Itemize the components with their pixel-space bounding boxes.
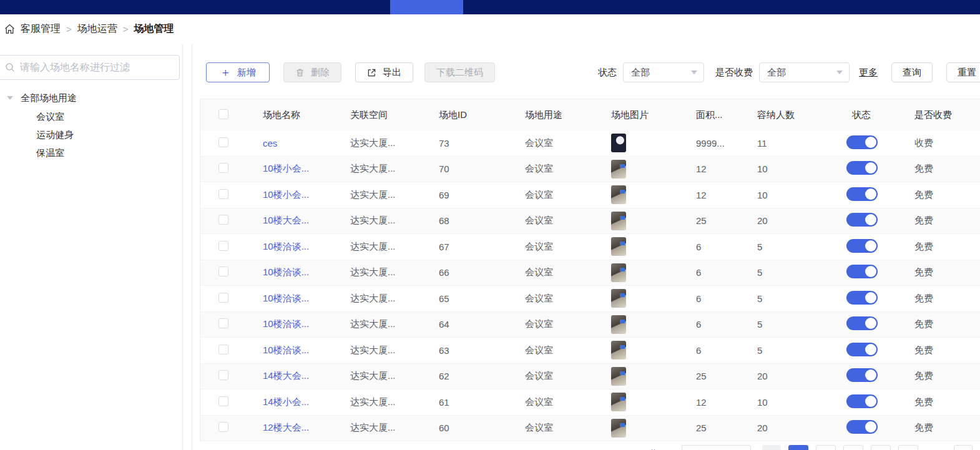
add-button[interactable]: ＋ 新增 [206,62,270,82]
row-checkbox[interactable] [218,241,228,251]
download-qr-button[interactable]: 下载二维码 [424,62,495,82]
venue-name-link[interactable]: 10楼小会... [263,189,309,200]
venue-image[interactable] [611,393,626,411]
delete-button[interactable]: 删除 [283,62,341,82]
cell-area: 9999... [679,138,740,149]
page-button-2[interactable]: 2 [816,445,836,450]
venue-name-link[interactable]: 10楼洽谈... [263,318,309,329]
venue-image[interactable] [611,185,626,204]
status-toggle[interactable] [846,135,878,149]
venue-image[interactable] [611,367,626,386]
col-header-capacity: 容纳人数 [740,109,835,121]
more-link[interactable]: 更多 [859,67,878,79]
status-toggle[interactable] [846,291,878,305]
cell-capacity: 20 [740,215,835,226]
venue-name-link[interactable]: ces [263,138,277,149]
venue-image[interactable] [611,160,626,179]
status-toggle[interactable] [846,187,878,201]
venue-image[interactable] [611,289,626,308]
main-content: ＋ 新增 删除 导出 下载二维码 [192,44,980,450]
cell-venue-id: 65 [421,293,507,304]
row-checkbox[interactable] [218,293,228,303]
table-row: 10楼小会...达实大厦...69会议室1210免费 [200,182,980,208]
venue-name-link[interactable]: 14楼小会... [263,396,309,407]
page-button-3[interactable]: 3 [843,445,863,450]
status-toggle[interactable] [846,368,878,382]
cell-space: 达实大厦... [333,137,421,149]
page-size-select[interactable]: 10条/页 [682,445,751,450]
breadcrumb-item[interactable]: 场地运营 [77,22,117,36]
tree-node-fitness[interactable]: 运动健身 [0,125,182,144]
venue-purpose-tree: 全部场地用途 会议室 运动健身 保温室 [0,89,182,162]
venue-name-link[interactable]: 10楼洽谈... [263,267,309,277]
table-row: 10楼洽谈...达实大厦...67会议室65免费 [200,234,980,260]
topbar-active-segment[interactable] [390,0,463,14]
venue-image[interactable] [611,263,626,282]
trash-icon [295,68,305,77]
venue-name-link[interactable]: 14楼大会... [263,370,309,381]
table-row: 10楼洽谈...达实大厦...63会议室65免费 [200,338,980,364]
tree-node-root[interactable]: 全部场地用途 [0,89,182,107]
breadcrumb-item[interactable]: 客服管理 [21,22,61,36]
venue-name-link[interactable]: 10楼洽谈... [263,345,309,355]
fee-filter-select[interactable]: 全部 [759,62,850,82]
venue-name-link[interactable]: 10楼洽谈... [263,293,309,303]
row-checkbox[interactable] [218,137,228,147]
venue-image[interactable] [611,341,626,360]
row-checkbox[interactable] [218,370,228,380]
status-toggle[interactable] [846,343,878,356]
cell-venue-id: 69 [421,190,507,200]
venue-filter-search[interactable] [0,55,180,80]
row-checkbox[interactable] [218,189,228,199]
status-toggle[interactable] [846,239,878,253]
reset-button[interactable]: 重置 [946,62,980,82]
venue-image[interactable] [611,212,626,230]
venue-name-link[interactable]: 12楼大会... [263,422,309,433]
page-button-5[interactable]: 5 [898,445,918,450]
status-toggle[interactable] [846,420,878,434]
query-button[interactable]: 查询 [891,62,933,82]
home-icon[interactable] [4,24,15,34]
row-checkbox[interactable] [218,318,228,328]
venue-image[interactable] [611,237,626,256]
venue-name-link[interactable]: 10楼小会... [263,163,309,174]
select-all-checkbox[interactable] [218,109,228,119]
cell-venue-id: 62 [421,371,507,381]
table-row: 14楼大会...达实大厦...62会议室2520免费 [200,364,980,390]
cell-capacity: 5 [740,267,835,278]
venue-image[interactable] [611,419,626,438]
chevron-down-icon[interactable] [7,96,13,100]
status-toggle[interactable] [846,316,878,330]
tree-node-warm-room[interactable]: 保温室 [0,144,182,162]
search-input[interactable] [20,62,164,73]
toggle-knob [865,421,876,433]
prev-page-button[interactable]: ‹ [762,445,781,450]
cell-capacity: 10 [740,190,835,200]
row-checkbox[interactable] [218,396,228,406]
row-checkbox[interactable] [218,345,228,355]
status-toggle[interactable] [846,394,878,408]
pagination-total: 共12条 [649,445,673,450]
status-toggle[interactable] [846,161,878,175]
venue-name-link[interactable]: 10楼洽谈... [263,241,309,252]
page-button-1[interactable]: 1 [788,445,808,450]
cell-venue-id: 64 [421,319,507,330]
row-checkbox[interactable] [218,267,228,276]
row-checkbox[interactable] [218,422,228,432]
venue-image[interactable] [611,134,626,152]
tree-node-meeting-room[interactable]: 会议室 [0,107,182,125]
next-page-button[interactable]: › [954,445,973,450]
status-toggle[interactable] [846,213,878,227]
cell-fee: 免费 [897,396,980,408]
toggle-knob [865,137,876,148]
row-checkbox[interactable] [218,163,228,173]
table-row: 14楼小会...达实大厦...61会议室1210免费 [200,389,980,416]
cell-purpose: 会议室 [507,163,594,175]
venue-name-link[interactable]: 10楼大会... [263,215,309,225]
row-checkbox[interactable] [218,215,228,225]
export-button[interactable]: 导出 [355,62,413,82]
page-button-4[interactable]: 4 [871,445,891,450]
venue-image[interactable] [611,315,626,334]
status-toggle[interactable] [846,265,878,278]
status-filter-select[interactable]: 全部 [623,62,704,82]
